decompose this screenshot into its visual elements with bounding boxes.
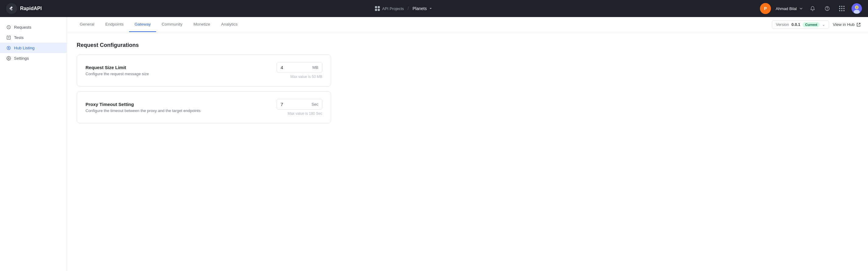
sidebar-item-requests[interactable]: Requests [0, 22, 67, 32]
apps-grid-button[interactable] [837, 4, 847, 13]
request-size-limit-card: Request Size Limit Configure the request… [77, 55, 331, 87]
tabs-list: General Endpoints Gateway Community Mone… [74, 17, 772, 32]
hub-listing-label: Hub Listing [14, 46, 35, 50]
tab-monetize[interactable]: Monetize [188, 17, 216, 32]
proxy-timeout-desc: Configure the timeout between the proxy … [86, 109, 200, 113]
requests-icon [6, 25, 11, 30]
request-size-max-note: Max value is 50 MB [290, 74, 322, 79]
requests-label: Requests [14, 25, 31, 30]
app-layout: Requests Tests Hub Listing [0, 0, 868, 271]
brand-icon [6, 3, 17, 14]
request-size-input[interactable] [277, 62, 309, 72]
proxy-timeout-input-group: Sec [277, 99, 322, 110]
user-menu-button[interactable]: Ahmad Bilal [776, 6, 803, 11]
settings-icon [6, 56, 11, 61]
section-title: Request Configurations [77, 42, 331, 49]
project-name: Planets [413, 6, 427, 11]
help-button[interactable] [823, 4, 832, 13]
view-in-hub-button[interactable]: View in Hub [833, 21, 861, 28]
tab-general[interactable]: General [74, 17, 100, 32]
svg-point-8 [855, 6, 858, 9]
svg-point-14 [8, 58, 9, 59]
notifications-button[interactable] [808, 4, 817, 13]
tab-community[interactable]: Community [156, 17, 188, 32]
svg-text:P: P [764, 6, 767, 11]
tabs-right-actions: Version 0.0.1 Current ⌄ View in Hub [772, 21, 861, 29]
tab-gateway[interactable]: Gateway [129, 17, 156, 32]
nav-right: P Ahmad Bilal [760, 3, 862, 14]
project-selector-button[interactable]: Planets [413, 6, 433, 11]
hub-listing-icon [6, 46, 11, 50]
proxy-timeout-card: Proxy Timeout Setting Configure the time… [77, 91, 331, 123]
user-name-label: Ahmad Bilal [776, 6, 797, 11]
proxy-timeout-title: Proxy Timeout Setting [86, 102, 200, 107]
svg-point-10 [857, 7, 858, 7]
settings-label: Settings [14, 56, 29, 61]
version-number: 0.0.1 [792, 22, 800, 27]
api-projects-link[interactable]: API Projects [375, 6, 404, 11]
version-chevron-icon: ⌄ [822, 23, 825, 27]
svg-point-13 [8, 47, 9, 49]
proxy-timeout-unit: Sec [308, 99, 322, 109]
request-size-title: Request Size Limit [86, 65, 149, 70]
request-size-input-group: MB [277, 62, 322, 73]
api-projects-label: API Projects [382, 6, 404, 11]
main-content: General Endpoints Gateway Community Mone… [67, 17, 868, 271]
tests-icon [6, 35, 11, 40]
page-content: Request Configurations Request Size Limi… [67, 32, 341, 138]
view-in-hub-label: View in Hub [833, 22, 855, 27]
tab-endpoints[interactable]: Endpoints [100, 17, 129, 32]
top-navigation: RapidAPI API Projects / Planets P Ahmad … [0, 0, 868, 17]
proxy-timeout-input[interactable] [277, 99, 308, 109]
current-badge: Current [803, 22, 819, 27]
tests-label: Tests [14, 35, 24, 40]
sidebar-item-tests[interactable]: Tests [0, 32, 67, 42]
version-selector[interactable]: Version 0.0.1 Current ⌄ [772, 21, 829, 29]
sidebar: Requests Tests Hub Listing [0, 17, 67, 271]
svg-point-4 [827, 10, 828, 10]
card-right-proxy-timeout: Sec Max value is 180 Sec [274, 99, 322, 116]
breadcrumb-separator: / [407, 6, 409, 11]
brand-name: RapidAPI [20, 6, 42, 11]
tabs-bar: General Endpoints Gateway Community Mone… [67, 17, 868, 32]
nav-center: API Projects / Planets [53, 6, 755, 11]
version-label: Version [776, 22, 789, 27]
external-link-icon [857, 23, 861, 27]
card-right-request-size: MB Max value is 50 MB [274, 62, 322, 79]
user-avatar[interactable] [851, 3, 862, 14]
svg-point-9 [856, 7, 857, 7]
proxy-timeout-max-note: Max value is 180 Sec [288, 112, 322, 116]
grid-dots-icon [839, 6, 844, 11]
user-org-avatar: P [760, 3, 771, 14]
api-projects-icon [375, 6, 380, 11]
sidebar-item-hub-listing[interactable]: Hub Listing [0, 42, 67, 53]
card-left-proxy-timeout: Proxy Timeout Setting Configure the time… [86, 102, 200, 113]
request-size-unit: MB [309, 63, 322, 72]
card-left-request-size: Request Size Limit Configure the request… [86, 65, 149, 76]
sidebar-item-settings[interactable]: Settings [0, 53, 67, 63]
request-size-desc: Configure the request message size [86, 71, 149, 76]
tab-analytics[interactable]: Analytics [215, 17, 243, 32]
brand-logo-area[interactable]: RapidAPI [6, 3, 42, 14]
